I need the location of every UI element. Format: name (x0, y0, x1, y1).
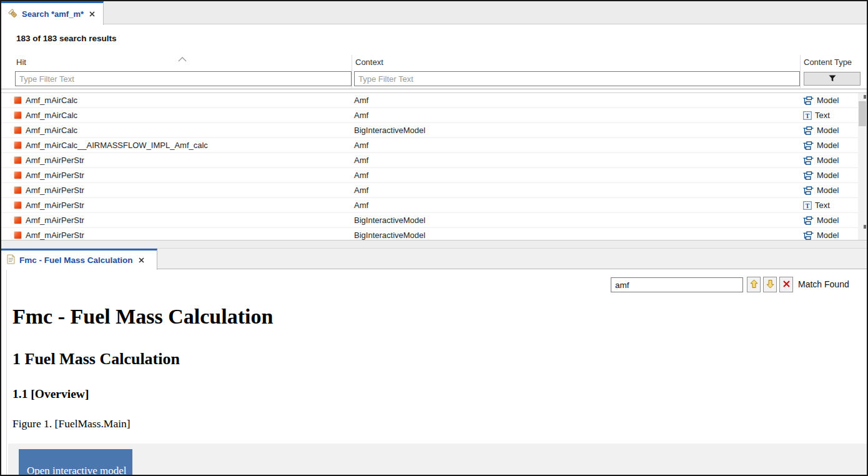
content-type-filter-button[interactable] (804, 72, 861, 86)
document-icon (7, 254, 15, 267)
text-icon: T (803, 201, 812, 210)
column-header-hit[interactable]: Hit (16, 57, 26, 67)
table-row[interactable]: Amf_mAirCalc__AIRMASSFLOW_IMPL_Amf_calc … (1, 138, 858, 153)
hit-cell: Amf_mAirCalc (26, 126, 77, 135)
column-header-content-type[interactable]: Content Type (804, 57, 852, 67)
document-content: Match Found Fmc - Fuel Mass Calculation … (1, 270, 867, 475)
results-scrollbar[interactable] (858, 93, 867, 240)
table-row[interactable]: Amf_mAirPerStr Amf T Model (1, 183, 858, 198)
requirement-icon (14, 96, 22, 104)
model-icon (803, 156, 814, 165)
requirement-icon (14, 141, 22, 149)
requirement-icon (14, 201, 22, 209)
content-type-cell: Model (817, 171, 839, 180)
table-row[interactable]: Amf_mAirCalc BigInteractiveModel T Model (1, 123, 858, 138)
hit-cell: Amf_mAirPerStr (26, 171, 84, 180)
hit-cell: Amf_mAirPerStr (26, 216, 84, 225)
context-cell: Amf (353, 201, 800, 210)
find-close-button[interactable] (779, 277, 793, 292)
requirement-icon (14, 216, 22, 224)
svg-text:T: T (806, 202, 810, 209)
find-previous-button[interactable] (747, 277, 761, 292)
table-row[interactable]: Amf_mAirPerStr BigInteractiveModel T Mod (1, 213, 858, 228)
content-type-cell: Text (815, 111, 830, 120)
context-cell: BigInteractiveModel (353, 126, 800, 135)
hit-cell: Amf_mAirCalc (26, 111, 77, 120)
content-type-cell: Model (817, 126, 839, 135)
close-icon[interactable] (139, 257, 144, 263)
tab-document[interactable]: Fmc - Fuel Mass Calculation (1, 249, 157, 270)
model-icon (803, 141, 814, 150)
context-cell: Amf (353, 186, 800, 195)
arrow-down-icon (766, 279, 774, 290)
hit-filter-input[interactable] (15, 71, 352, 86)
context-cell: Amf (353, 111, 800, 120)
context-cell: BigInteractiveModel (353, 231, 800, 240)
text-icon: T (803, 111, 812, 120)
hit-cell: Amf_mAirPerStr (26, 231, 84, 240)
content-left-border (6, 270, 7, 475)
close-icon[interactable] (89, 11, 95, 17)
table-row[interactable]: Amf_mAirPerStr Amf T Model (1, 168, 858, 183)
scrollbar-thumb[interactable] (859, 101, 866, 126)
content-type-cell: Model (817, 231, 839, 240)
find-input[interactable] (611, 277, 743, 292)
figure-caption: Figure 1. [FuelMass.Main] (12, 417, 131, 430)
context-cell: Amf (353, 156, 800, 165)
requirement-icon (14, 156, 22, 164)
table-row[interactable]: Amf_mAirPerStr Amf T Text (1, 198, 858, 213)
hit-cell: Amf_mAirPerStr (26, 186, 84, 195)
requirement-icon (14, 111, 22, 119)
hit-cell: Amf_mAirPerStr (26, 156, 84, 165)
search-tabbar (1, 1, 867, 24)
red-close-icon (782, 280, 791, 290)
column-header-context[interactable]: Context (355, 57, 383, 67)
hit-cell: Amf_mAirCalc (26, 96, 77, 105)
open-interactive-model-button[interactable]: Open interactive model (19, 449, 132, 476)
table-row[interactable]: Amf_mAirPerStr BigInteractiveModel T Mod (1, 228, 858, 240)
application-window: Search *amf_m* 183 of 183 search results… (0, 0, 868, 476)
tab-document-label: Fmc - Fuel Mass Calculation (19, 255, 133, 265)
content-type-cell: Model (817, 156, 839, 165)
section-heading: 1 Fuel Mass Calculation (12, 350, 180, 369)
context-cell: Amf (353, 96, 800, 105)
find-status-label: Match Found (798, 279, 849, 289)
model-icon (803, 96, 814, 105)
content-type-cell: Text (815, 201, 830, 210)
panel-splitter[interactable] (1, 240, 867, 249)
requirement-icon (14, 231, 22, 239)
content-type-cell: Model (817, 141, 839, 150)
content-type-cell: Model (817, 186, 839, 195)
context-filter-input[interactable] (354, 71, 800, 86)
requirement-icon (14, 171, 22, 179)
column-divider (352, 55, 352, 88)
search-flashlight-icon (7, 8, 17, 21)
model-icon (803, 126, 814, 135)
hit-cell: Amf_mAirPerStr (26, 201, 84, 210)
model-icon (803, 231, 814, 240)
header-separator (1, 89, 867, 93)
requirement-icon (14, 186, 22, 194)
requirement-icon (14, 126, 22, 134)
table-row[interactable]: Amf_mAirCalc Amf T Text (1, 108, 858, 123)
table-row[interactable]: Amf_mAirPerStr Amf T Model (1, 153, 858, 168)
table-row[interactable]: Amf_mAirCalc Amf T Model (1, 93, 858, 108)
context-cell: BigInteractiveModel (353, 216, 800, 225)
model-icon (803, 186, 814, 195)
column-divider (800, 55, 801, 88)
content-type-cell: Model (817, 216, 839, 225)
model-icon (803, 171, 814, 180)
context-cell: Amf (353, 171, 800, 180)
subsection-heading: 1.1 [Overview] (12, 387, 89, 401)
overview-marker (864, 225, 866, 229)
svg-text:T: T (806, 112, 810, 119)
content-type-cell: Model (817, 96, 839, 105)
tab-search-results[interactable]: Search *amf_m* (1, 1, 104, 25)
document-title: Fmc - Fuel Mass Calculation (12, 305, 273, 329)
interactive-model-block: Open interactive model (8, 444, 867, 475)
hit-cell: Amf_mAirCalc__AIRMASSFLOW_IMPL_Amf_calc (26, 141, 208, 150)
find-next-button[interactable] (763, 277, 777, 292)
search-results-count: 183 of 183 search results (16, 34, 117, 43)
funnel-icon (829, 74, 836, 84)
tab-search-label: Search *amf_m* (22, 9, 84, 19)
